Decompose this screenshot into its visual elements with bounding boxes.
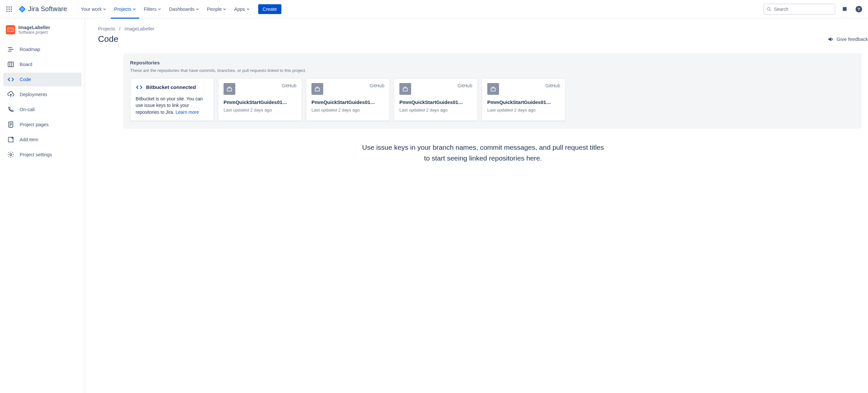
nav-dashboards[interactable]: Dashboards <box>166 5 202 14</box>
nav-projects[interactable]: Projects <box>111 5 139 14</box>
svg-text:?: ? <box>858 6 860 11</box>
sidebar-item-label: On-call <box>20 107 35 112</box>
svg-rect-8 <box>11 11 12 12</box>
help-button[interactable]: ? <box>854 4 864 14</box>
svg-rect-30 <box>403 88 407 91</box>
sidebar-item-label: Code <box>20 77 31 82</box>
breadcrumb-current[interactable]: ImageLabeller <box>124 26 154 31</box>
main-content: Projects / ImageLabeller Code Give feedb… <box>85 18 868 393</box>
repo-icon <box>311 83 323 95</box>
nav-label: Filters <box>144 6 157 12</box>
repo-card-header: GitHub <box>223 83 297 95</box>
repo-provider: GitHub <box>458 83 472 88</box>
repo-name: PmmQuickStartGuides01… <box>487 99 560 105</box>
gear-icon <box>7 151 14 158</box>
repo-card[interactable]: GitHub PmmQuickStartGuides01… Last updat… <box>218 78 302 121</box>
create-button[interactable]: Create <box>258 4 282 14</box>
page-header: Code Give feedback <box>98 34 868 44</box>
chevron-down-icon <box>246 7 250 11</box>
jira-logo[interactable]: Jira Software <box>16 5 70 13</box>
sidebar: ImageLabeller Software project Roadmap B… <box>0 18 85 393</box>
nav-filters[interactable]: Filters <box>141 5 164 14</box>
nav-label: People <box>207 6 222 12</box>
board-icon <box>7 61 14 68</box>
svg-point-27 <box>10 154 12 156</box>
project-name: ImageLabeller <box>18 25 50 30</box>
bell-icon <box>841 5 848 13</box>
repo-icon <box>487 83 499 95</box>
give-feedback-button[interactable]: Give feedback <box>828 36 868 42</box>
chevron-down-icon <box>158 7 161 11</box>
svg-rect-31 <box>491 88 495 91</box>
repositories-subtitle: These are the repositories that have com… <box>130 68 855 73</box>
project-avatar <box>6 25 15 34</box>
svg-rect-4 <box>8 8 9 9</box>
repo-updated: Last updated 2 days ago <box>223 108 297 113</box>
page-title: Code <box>98 34 118 44</box>
deployments-icon <box>7 91 14 98</box>
repo-card-header: GitHub <box>311 83 384 95</box>
empty-state-cta: Use issue keys in your branch names, com… <box>98 142 868 164</box>
svg-rect-7 <box>8 11 9 12</box>
sidebar-item-label: Roadmap <box>20 47 40 52</box>
top-nav-left: Jira Software Your work Projects Filters… <box>4 4 281 14</box>
repositories-panel: Repositories These are the repositories … <box>124 53 862 129</box>
sidebar-item-label: Add item <box>20 137 38 142</box>
svg-rect-0 <box>6 6 7 7</box>
sidebar-item-label: Board <box>20 62 32 67</box>
sidebar-item-roadmap[interactable]: Roadmap <box>3 42 82 56</box>
search-input[interactable] <box>774 6 832 12</box>
sidebar-item-board[interactable]: Board <box>3 58 82 71</box>
project-type: Software project <box>18 30 50 35</box>
bitbucket-connected-card[interactable]: Bitbucket connected Bitbucket is on your… <box>130 78 214 121</box>
svg-rect-28 <box>227 88 231 91</box>
nav-label: Your work <box>81 6 102 12</box>
repo-card[interactable]: GitHub PmmQuickStartGuides01… Last updat… <box>394 78 478 121</box>
sidebar-item-code[interactable]: Code <box>3 72 82 86</box>
project-header[interactable]: ImageLabeller Software project <box>3 25 82 40</box>
side-nav: Roadmap Board Code Deployments <box>3 42 82 161</box>
sidebar-item-label: Project pages <box>20 122 49 127</box>
repo-card[interactable]: GitHub PmmQuickStartGuides01… Last updat… <box>482 78 566 121</box>
notifications-button[interactable] <box>839 4 850 14</box>
code-icon <box>135 84 143 91</box>
repo-card[interactable]: GitHub PmmQuickStartGuides01… Last updat… <box>306 78 390 121</box>
repo-provider: GitHub <box>282 83 297 88</box>
pages-icon <box>7 121 14 128</box>
app-switcher-button[interactable] <box>4 4 14 14</box>
roadmap-icon <box>7 46 14 53</box>
sidebar-item-label: Deployments <box>20 92 48 97</box>
top-nav: Jira Software Your work Projects Filters… <box>0 0 868 18</box>
repo-updated: Last updated 2 days ago <box>311 108 384 113</box>
svg-rect-1 <box>8 6 9 7</box>
repo-name: PmmQuickStartGuides01… <box>223 99 297 105</box>
nav-your-work[interactable]: Your work <box>78 5 110 14</box>
sidebar-item-project-pages[interactable]: Project pages <box>3 118 82 131</box>
repo-name: PmmQuickStartGuides01… <box>311 99 384 105</box>
jira-logo-icon <box>18 5 26 13</box>
breadcrumbs: Projects / ImageLabeller <box>98 26 868 31</box>
learn-more-link[interactable]: Learn more <box>176 110 199 115</box>
repo-provider: GitHub <box>546 83 560 88</box>
app-switcher-icon <box>6 6 12 12</box>
breadcrumb-root[interactable]: Projects <box>98 26 115 31</box>
sidebar-item-oncall[interactable]: On-call <box>3 103 82 116</box>
nav-apps[interactable]: Apps <box>231 5 253 14</box>
search-box[interactable] <box>764 4 835 15</box>
add-item-icon <box>7 136 14 143</box>
svg-line-10 <box>770 9 771 11</box>
feedback-label: Give feedback <box>837 36 868 42</box>
project-meta: ImageLabeller Software project <box>18 25 50 35</box>
repo-grid: Bitbucket connected Bitbucket is on your… <box>130 78 855 121</box>
nav-items: Your work Projects Filters Dashboards Pe… <box>78 4 281 14</box>
search-icon <box>767 6 771 12</box>
svg-rect-29 <box>315 88 319 91</box>
sidebar-item-add[interactable]: Add item <box>3 133 82 147</box>
svg-point-9 <box>767 7 770 10</box>
svg-rect-5 <box>11 8 12 9</box>
sidebar-item-deployments[interactable]: Deployments <box>3 88 82 101</box>
sidebar-item-settings[interactable]: Project settings <box>3 148 82 161</box>
svg-rect-6 <box>6 11 7 12</box>
sidebar-item-label: Project settings <box>20 152 52 157</box>
nav-people[interactable]: People <box>204 5 229 14</box>
